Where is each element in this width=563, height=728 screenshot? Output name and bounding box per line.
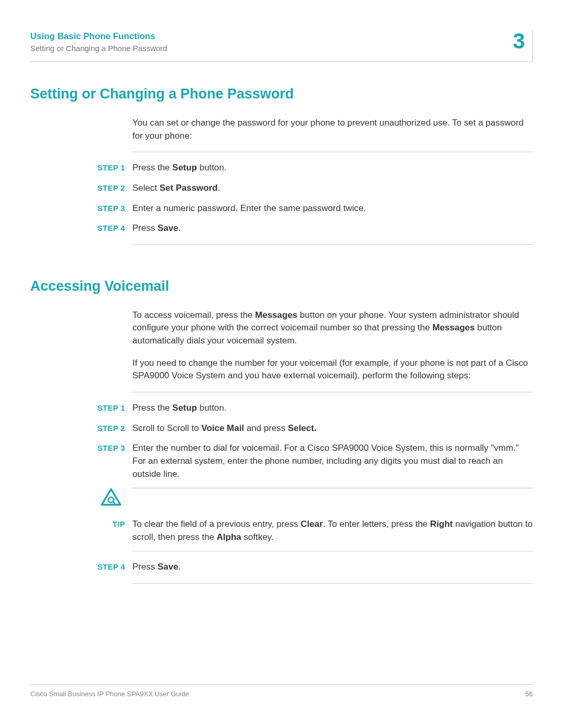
step-text: Select Set Password. [132,182,533,195]
step-label: STEP 2 [93,182,132,194]
section-intro-2: If you need to change the number for you… [132,357,533,382]
footer-title: Cisco Small Business IP Phone SPA9XX Use… [30,690,189,698]
steps-block: STEP 1 Press the Setup button. STEP 2 Se… [132,152,533,245]
step-row: STEP 4 Press Save. [132,222,533,235]
step-text: Press Save. [132,561,533,574]
footer-page-number: 56 [525,690,533,698]
tip-rule-top [132,488,533,488]
step-label: STEP 2 [93,422,132,434]
section-intro: You can set or change the password for y… [132,117,533,142]
section-heading: Accessing Voicemail [30,278,533,294]
steps-block: STEP 1 Press the Setup button. STEP 2 Sc… [132,392,533,584]
step-label: STEP 4 [93,222,132,234]
tip-icon-row [132,488,533,511]
steps-rule-bottom [132,583,533,584]
step-row: STEP 2 Scroll to Scroll to Voice Mail an… [132,422,533,435]
step-row: STEP 1 Press the Setup button. [132,162,533,175]
step-label: STEP 3 [93,442,132,454]
step-text: Enter a numeric password. Enter the same… [132,202,533,215]
svg-line-1 [113,502,115,504]
section-heading: Setting or Changing a Phone Password [30,86,533,102]
step-row: STEP 3 Enter a numeric password. Enter t… [132,202,533,215]
step-label: STEP 3 [93,202,132,214]
steps-rule-top [132,392,533,392]
step-row: STEP 1 Press the Setup button. [132,402,533,415]
page-header: Using Basic Phone Functions Setting or C… [30,30,533,62]
steps-rule-top [132,152,533,152]
page-footer: Cisco Small Business IP Phone SPA9XX Use… [30,684,533,698]
step-row: STEP 2 Select Set Password. [132,182,533,195]
tip-rule-bottom [132,551,533,551]
section-intro: To access voicemail, press the Messages … [132,309,533,348]
step-label: STEP 4 [93,561,132,573]
section-label: Setting or Changing a Phone Password [30,44,167,53]
step-label: STEP 1 [93,162,132,174]
header-rule [30,61,533,62]
chapter-number: 3 [506,30,533,62]
step-text: Press Save. [132,222,533,235]
step-row: STEP 3 Enter the number to dial for voic… [132,442,533,480]
tip-icon [100,488,127,511]
step-text: Press the Setup button. [132,162,533,175]
step-text: Scroll to Scroll to Voice Mail and press… [132,422,533,435]
tip-text: To clear the field of a previous entry, … [132,518,533,544]
header-left: Using Basic Phone Functions Setting or C… [30,30,167,53]
step-label: STEP 1 [93,402,132,414]
steps-rule-bottom [132,244,533,245]
tip-body-row: TIP To clear the field of a previous ent… [132,518,533,544]
chapter-label: Using Basic Phone Functions [30,31,167,42]
step-row: STEP 4 Press Save. [132,561,533,574]
tip-label: TIP [93,518,132,530]
step-text: Press the Setup button. [132,402,533,415]
step-text: Enter the number to dial for voicemail. … [132,442,533,480]
